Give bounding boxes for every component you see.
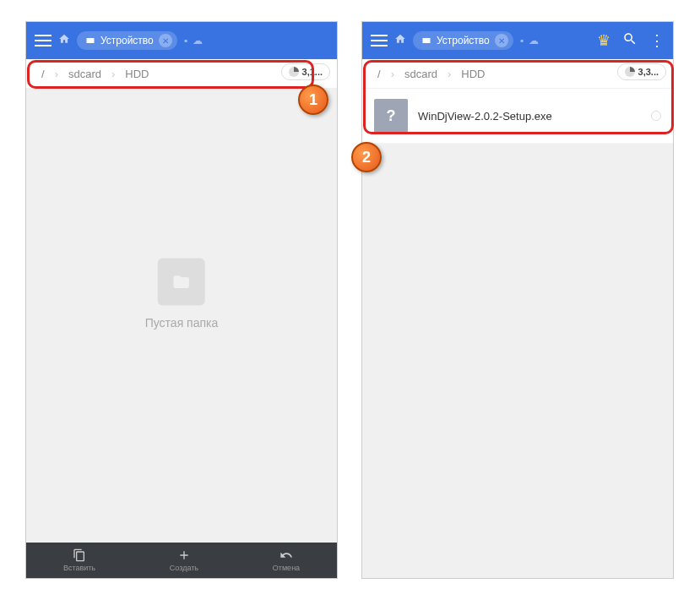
svg-rect-4: [371, 35, 388, 36]
paste-button[interactable]: Вставить: [63, 548, 95, 572]
chat-icon: ▪: [184, 35, 187, 46]
cloud-icon: ☁: [529, 35, 539, 46]
empty-folder-state: Пустая папка: [145, 259, 219, 330]
storage-indicator[interactable]: 3,1...: [281, 63, 330, 80]
storage-value: 3,3...: [638, 67, 659, 77]
pie-chart-icon: [289, 67, 299, 77]
top-app-bar: Устройство ✕ ▪ ☁ ♛ ⋮: [362, 22, 673, 59]
file-name: WinDjView-2.0.2-Setup.exe: [418, 110, 641, 123]
file-list-item[interactable]: ? WinDjView-2.0.2-Setup.exe: [362, 89, 673, 144]
create-button[interactable]: Создать: [170, 548, 198, 572]
content-area: / › sdcard › HDD 3,1... Пустая папка: [26, 59, 337, 543]
chevron-right-icon: ›: [384, 68, 401, 80]
top-app-bar: Устройство ✕ ▪ ☁: [26, 22, 337, 59]
breadcrumb-root[interactable]: /: [374, 68, 384, 80]
close-tab-icon[interactable]: ✕: [159, 34, 172, 47]
storage-indicator[interactable]: 3,3...: [617, 63, 666, 80]
breadcrumb-item[interactable]: HDD: [458, 68, 488, 80]
home-icon[interactable]: [394, 33, 406, 48]
create-label: Создать: [170, 564, 198, 572]
svg-rect-5: [371, 40, 388, 41]
search-icon[interactable]: [622, 31, 638, 50]
chevron-right-icon: ›: [441, 68, 458, 80]
unknown-file-icon: ?: [374, 99, 408, 133]
svg-rect-0: [35, 35, 52, 36]
tab-label: Устройство: [437, 35, 490, 46]
selection-indicator[interactable]: [651, 111, 661, 121]
svg-rect-6: [371, 45, 388, 46]
chevron-right-icon: ›: [105, 68, 122, 80]
paste-label: Вставить: [63, 564, 95, 572]
breadcrumb: / › sdcard › HDD 3,3...: [362, 59, 673, 88]
callout-badge-1: 1: [298, 85, 328, 115]
more-options-icon[interactable]: ⋮: [649, 31, 665, 50]
cloud-icon: ☁: [193, 35, 203, 46]
storage-icon: [85, 35, 95, 46]
content-area: / › sdcard › HDD 3,3... ? WinDjView-2.0.…: [362, 59, 673, 578]
callout-badge-2: 2: [351, 142, 382, 172]
breadcrumb: / › sdcard › HDD 3,1...: [26, 59, 337, 88]
phone-screenshot-right: Устройство ✕ ▪ ☁ ♛ ⋮ / › sdcard › HDD 3,…: [361, 21, 674, 579]
extra-indicators: ▪ ☁: [184, 35, 203, 46]
home-icon[interactable]: [58, 33, 70, 48]
chevron-right-icon: ›: [48, 68, 65, 80]
bottom-action-bar: Вставить Создать Отмена: [26, 543, 337, 578]
menu-icon[interactable]: [371, 35, 388, 46]
breadcrumb-root[interactable]: /: [38, 68, 48, 80]
folder-icon: [158, 259, 205, 306]
pie-chart-icon: [625, 67, 635, 77]
breadcrumb-item[interactable]: HDD: [122, 68, 152, 80]
close-tab-icon[interactable]: ✕: [495, 34, 508, 47]
storage-value: 3,1...: [302, 67, 323, 77]
crown-icon[interactable]: ♛: [597, 31, 610, 50]
empty-folder-label: Пустая папка: [145, 316, 219, 330]
breadcrumb-item[interactable]: sdcard: [65, 68, 105, 80]
location-tab[interactable]: Устройство ✕: [413, 31, 513, 50]
svg-rect-3: [87, 38, 95, 43]
chat-icon: ▪: [520, 35, 524, 46]
menu-icon[interactable]: [35, 35, 52, 46]
storage-icon: [421, 35, 431, 46]
svg-rect-1: [35, 40, 52, 41]
location-tab[interactable]: Устройство ✕: [77, 31, 177, 50]
cancel-button[interactable]: Отмена: [273, 548, 300, 572]
svg-rect-2: [35, 45, 52, 46]
breadcrumb-item[interactable]: sdcard: [401, 68, 441, 80]
cancel-label: Отмена: [273, 564, 300, 572]
extra-indicators: ▪ ☁: [520, 35, 539, 46]
phone-screenshot-left: Устройство ✕ ▪ ☁ / › sdcard › HDD 3,1...…: [25, 21, 338, 579]
svg-rect-7: [423, 38, 431, 43]
tab-label: Устройство: [100, 35, 154, 46]
